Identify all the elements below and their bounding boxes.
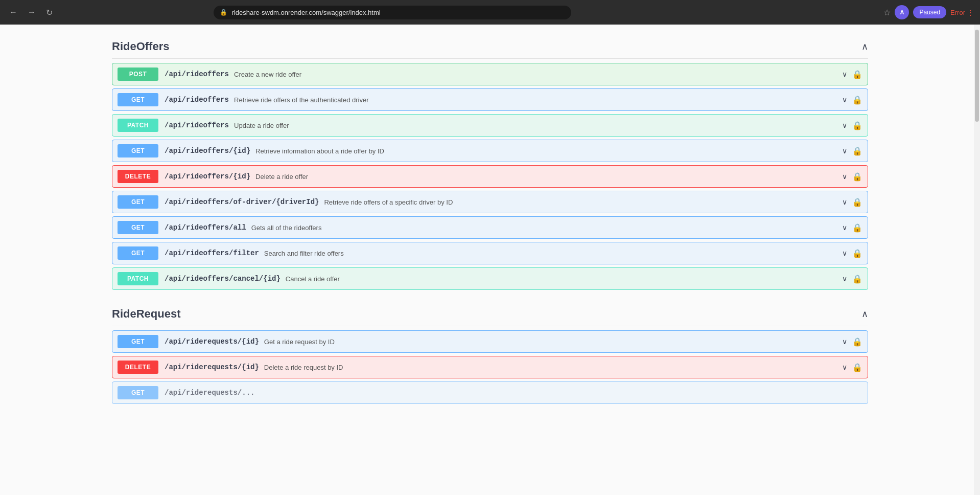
api-desc-0: Get a ride request by ID: [264, 338, 842, 346]
api-path-0: /api/riderequests/{id}: [165, 338, 259, 346]
method-badge-get-5: GET: [118, 195, 158, 209]
bookmark-star-icon[interactable]: ☆: [883, 8, 891, 17]
row-actions-0: ∨🔒: [842, 337, 862, 347]
api-row-ride-offers-6[interactable]: GET/api/rideoffers/allGets all of the ri…: [112, 216, 868, 239]
section-ride-offers: RideOffers∧POST/api/rideoffersCreate a n…: [112, 35, 868, 290]
row-actions-0: ∨🔒: [842, 70, 862, 79]
lock-icon-4: 🔒: [852, 172, 862, 182]
api-row-ride-offers-4[interactable]: DELETE/api/rideoffers/{id}Delete a ride …: [112, 165, 868, 188]
paused-button[interactable]: Paused: [913, 6, 946, 18]
api-desc-0: Create a new ride offer: [234, 71, 842, 78]
api-path-0: /api/rideoffers: [165, 70, 229, 78]
profile-initial: A: [900, 9, 904, 15]
lock-icon-7: 🔒: [852, 249, 862, 258]
row-actions-6: ∨🔒: [842, 223, 862, 233]
api-path-3: /api/rideoffers/{id}: [165, 147, 250, 155]
api-row-ride-offers-1[interactable]: GET/api/rideoffersRetrieve ride offers o…: [112, 88, 868, 111]
section-title-ride-offers: RideOffers: [112, 40, 169, 53]
section-header-ride-offers[interactable]: RideOffers∧: [112, 35, 868, 59]
api-desc-4: Delete a ride offer: [255, 173, 842, 181]
api-desc-1: Delete a ride request by ID: [264, 364, 842, 371]
method-badge-get-7: GET: [118, 246, 158, 260]
method-badge-post-0: POST: [118, 68, 158, 81]
chevron-up-icon-ride-request: ∧: [861, 308, 868, 320]
row-actions-2: ∨🔒: [842, 121, 862, 130]
method-badge-get-0: GET: [118, 335, 158, 348]
lock-icon-0: 🔒: [852, 70, 862, 79]
url-text[interactable]: rideshare-swdm.onrender.com/swagger/inde…: [231, 9, 380, 16]
chevron-up-icon-ride-offers: ∧: [861, 41, 868, 52]
section-ride-request: RideRequest∧GET/api/riderequests/{id}Get…: [112, 302, 868, 404]
lock-icon-5: 🔒: [852, 197, 862, 207]
lock-icon-1: 🔒: [852, 95, 862, 105]
api-path-7: /api/rideoffers/filter: [165, 249, 259, 257]
forward-button[interactable]: →: [25, 6, 39, 19]
lock-icon-1: 🔒: [852, 363, 862, 372]
address-bar: 🔒 rideshare-swdm.onrender.com/swagger/in…: [214, 6, 571, 19]
method-badge-get-1: GET: [118, 93, 158, 106]
scrollbar-thumb[interactable]: [975, 30, 979, 122]
api-path-5: /api/rideoffers/of-driver/{driverId}: [165, 198, 319, 206]
back-button[interactable]: ←: [6, 6, 20, 19]
profile-button[interactable]: A: [895, 5, 909, 19]
api-row-ride-offers-2[interactable]: PATCH/api/rideoffersUpdate a ride offer∨…: [112, 114, 868, 137]
lock-icon-3: 🔒: [852, 146, 862, 156]
api-path-2: /api/rideoffers: [165, 121, 229, 129]
api-desc-2: Update a ride offer: [234, 122, 842, 129]
chevron-down-icon-5[interactable]: ∨: [842, 198, 847, 206]
paused-label: Paused: [919, 9, 940, 16]
row-actions-7: ∨🔒: [842, 249, 862, 258]
api-row-ride-request-0[interactable]: GET/api/riderequests/{id}Get a ride requ…: [112, 330, 868, 353]
api-path-partial: /api/riderequests/...: [165, 389, 254, 397]
lock-icon-6: 🔒: [852, 223, 862, 233]
error-menu-icon: ⋮: [967, 9, 974, 16]
lock-icon-2: 🔒: [852, 121, 862, 130]
api-desc-3: Retrieve information about a ride offer …: [255, 147, 842, 155]
main-content: RideOffers∧POST/api/rideoffersCreate a n…: [97, 25, 883, 426]
section-title-ride-request: RideRequest: [112, 307, 180, 321]
api-desc-5: Retrieve ride offers of a specific drive…: [324, 198, 842, 206]
chevron-down-icon-7[interactable]: ∨: [842, 249, 847, 257]
api-row-ride-offers-8[interactable]: PATCH/api/rideoffers/cancel/{id}Cancel a…: [112, 267, 868, 290]
api-desc-6: Gets all of the rideoffers: [251, 224, 842, 232]
method-badge-get-partial: GET: [118, 386, 158, 399]
api-path-1: /api/riderequests/{id}: [165, 363, 259, 371]
chevron-down-icon-4[interactable]: ∨: [842, 172, 847, 181]
chevron-down-icon-1[interactable]: ∨: [842, 363, 847, 371]
api-row-ride-offers-0[interactable]: POST/api/rideoffersCreate a new ride off…: [112, 63, 868, 85]
api-desc-8: Cancel a ride offer: [286, 275, 842, 283]
method-badge-delete-4: DELETE: [118, 170, 158, 183]
lock-icon-0: 🔒: [852, 337, 862, 347]
api-path-4: /api/rideoffers/{id}: [165, 172, 250, 181]
api-desc-1: Retrieve ride offers of the authenticate…: [234, 96, 842, 104]
chevron-down-icon-1[interactable]: ∨: [842, 96, 847, 104]
api-path-8: /api/rideoffers/cancel/{id}: [165, 275, 281, 283]
method-badge-patch-8: PATCH: [118, 272, 158, 285]
scrollbar[interactable]: [974, 25, 980, 426]
error-button[interactable]: Error ⋮: [950, 9, 974, 16]
chevron-down-icon-6[interactable]: ∨: [842, 223, 847, 232]
row-actions-3: ∨🔒: [842, 146, 862, 156]
row-actions-5: ∨🔒: [842, 197, 862, 207]
method-badge-delete-1: DELETE: [118, 361, 158, 374]
api-row-partial[interactable]: GET/api/riderequests/...: [112, 381, 868, 404]
lock-icon-8: 🔒: [852, 274, 862, 284]
method-badge-get-6: GET: [118, 221, 158, 234]
chevron-down-icon-8[interactable]: ∨: [842, 275, 847, 283]
api-row-ride-offers-5[interactable]: GET/api/rideoffers/of-driver/{driverId}R…: [112, 191, 868, 213]
method-badge-get-3: GET: [118, 144, 158, 158]
api-desc-7: Search and filter ride offers: [264, 250, 842, 257]
row-actions-1: ∨🔒: [842, 95, 862, 105]
api-row-ride-offers-3[interactable]: GET/api/rideoffers/{id}Retrieve informat…: [112, 140, 868, 162]
refresh-button[interactable]: ↻: [43, 6, 56, 19]
chevron-down-icon-0[interactable]: ∨: [842, 338, 847, 346]
api-row-ride-request-1[interactable]: DELETE/api/riderequests/{id}Delete a rid…: [112, 356, 868, 378]
chevron-down-icon-0[interactable]: ∨: [842, 70, 847, 78]
api-row-ride-offers-7[interactable]: GET/api/rideoffers/filterSearch and filt…: [112, 242, 868, 264]
api-path-1: /api/rideoffers: [165, 96, 229, 104]
chevron-down-icon-2[interactable]: ∨: [842, 121, 847, 129]
error-label: Error: [950, 9, 965, 16]
row-actions-1: ∨🔒: [842, 363, 862, 372]
section-header-ride-request[interactable]: RideRequest∧: [112, 302, 868, 326]
chevron-down-icon-3[interactable]: ∨: [842, 147, 847, 155]
